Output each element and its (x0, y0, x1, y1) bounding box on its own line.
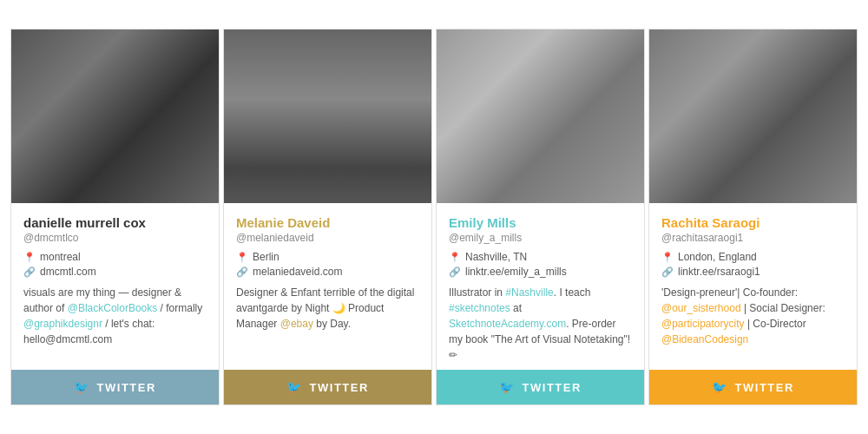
card-footer[interactable]: 🐦 TWITTER (437, 370, 644, 404)
card-name: danielle murrell cox (23, 215, 207, 230)
card-website: 🔗 dmcmtl.com (23, 266, 207, 278)
card-name: Rachita Saraogi (661, 215, 845, 230)
twitter-button[interactable]: 🐦 TWITTER (11, 370, 219, 404)
card-photo (649, 30, 857, 203)
card-3: Emily Mills @emily_a_mills 📍 Nashville, … (436, 29, 645, 405)
card-meta: 📍 Berlin 🔗 melaniedaveid.com (236, 251, 419, 278)
card-website: 🔗 linktr.ee/rsaraogi1 (661, 266, 845, 278)
card-footer[interactable]: 🐦 TWITTER (649, 370, 857, 404)
card-body: Emily Mills @emily_a_mills 📍 Nashville, … (437, 203, 644, 370)
card-name: Melanie Daveid (236, 215, 419, 230)
link-icon: 🔗 (449, 266, 461, 278)
card-bio: 'Design-preneur'| Co-founder: @our_siste… (661, 285, 845, 347)
location-icon: 📍 (23, 252, 36, 263)
card-location: 📍 Nashville, TN (449, 251, 632, 263)
twitter-button[interactable]: 🐦 TWITTER (224, 370, 431, 404)
card-footer[interactable]: 🐦 TWITTER (11, 370, 219, 404)
location-icon: 📍 (661, 252, 674, 263)
card-bio: visuals are my thing — designer & author… (23, 285, 207, 347)
card-location: 📍 Berlin (236, 251, 419, 263)
card-4: Rachita Saraogi @rachitasaraogi1 📍 Londo… (648, 29, 858, 405)
card-name: Emily Mills (449, 215, 632, 230)
card-handle: @dmcmtlco (23, 232, 207, 244)
twitter-button[interactable]: 🐦 TWITTER (649, 370, 857, 404)
link-icon: 🔗 (23, 266, 36, 278)
twitter-label: TWITTER (735, 381, 794, 394)
twitter-label: TWITTER (310, 381, 369, 394)
card-handle: @melaniedaveid (236, 232, 419, 244)
card-meta: 📍 Nashville, TN 🔗 linktr.ee/emily_a_mill… (449, 251, 632, 278)
twitter-label: TWITTER (523, 381, 582, 394)
twitter-icon: 🐦 (74, 380, 90, 394)
card-location: 📍 London, England (661, 251, 845, 263)
card-bio: Illustrator in #Nashville. I teach #sket… (449, 285, 632, 363)
twitter-button[interactable]: 🐦 TWITTER (437, 370, 644, 404)
twitter-icon: 🐦 (286, 380, 303, 394)
card-1: danielle murrell cox @dmcmtlco 📍 montrea… (10, 29, 220, 405)
card-meta: 📍 montreal 🔗 dmcmtl.com (23, 251, 207, 278)
location-icon: 📍 (236, 252, 248, 263)
card-2: Melanie Daveid @melaniedaveid 📍 Berlin 🔗… (223, 29, 432, 405)
card-bio: Designer & Enfant terrible of the digita… (236, 285, 419, 332)
twitter-label: TWITTER (97, 381, 156, 394)
link-icon: 🔗 (661, 266, 674, 278)
link-icon: 🔗 (236, 266, 248, 278)
card-footer[interactable]: 🐦 TWITTER (224, 370, 431, 404)
card-photo (437, 30, 644, 203)
location-icon: 📍 (449, 252, 461, 263)
card-photo (11, 30, 219, 203)
twitter-icon: 🐦 (499, 380, 516, 394)
card-body: danielle murrell cox @dmcmtlco 📍 montrea… (11, 203, 219, 370)
card-location: 📍 montreal (23, 251, 207, 263)
card-body: Rachita Saraogi @rachitasaraogi1 📍 Londo… (649, 203, 857, 370)
twitter-icon: 🐦 (712, 380, 728, 394)
cards-container: danielle murrell cox @dmcmtlco 📍 montrea… (9, 27, 859, 407)
card-body: Melanie Daveid @melaniedaveid 📍 Berlin 🔗… (224, 203, 431, 370)
card-photo (224, 30, 431, 203)
card-website: 🔗 melaniedaveid.com (236, 266, 419, 278)
card-handle: @emily_a_mills (449, 232, 632, 244)
card-website: 🔗 linktr.ee/emily_a_mills (449, 266, 632, 278)
card-meta: 📍 London, England 🔗 linktr.ee/rsaraogi1 (661, 251, 845, 278)
card-handle: @rachitasaraogi1 (661, 232, 845, 244)
